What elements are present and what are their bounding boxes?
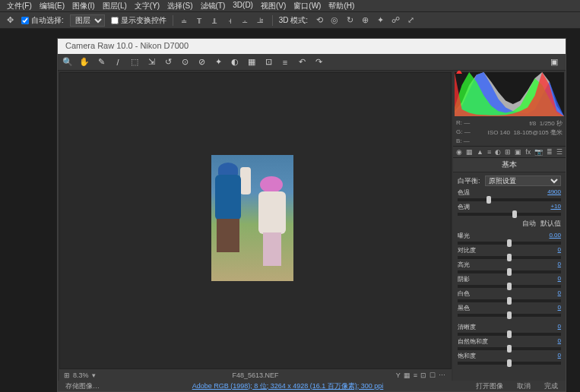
default-button[interactable]: 默认值 — [540, 219, 561, 229]
menu-item[interactable]: 图层(L) — [99, 0, 131, 11]
menu-item[interactable]: 窗口(W) — [290, 0, 325, 11]
show-transform-input[interactable] — [111, 17, 119, 24]
panel-tab-icon[interactable]: ☰ — [556, 147, 563, 156]
zoom-value[interactable]: 8.3% — [73, 371, 89, 379]
slider-blacks[interactable]: 黑色0 — [458, 304, 561, 317]
panel-tab-icon[interactable]: ▲ — [477, 147, 483, 156]
align-icon[interactable]: ⫠ — [240, 15, 251, 26]
slider-clarity[interactable]: 清晰度0 — [458, 323, 561, 336]
slider-value[interactable]: 0 — [558, 289, 561, 298]
panel-tab-icon[interactable]: ▣ — [515, 147, 521, 156]
menu-item[interactable]: 图像(I) — [68, 0, 98, 11]
slider-highlights[interactable]: 高光0 — [458, 261, 561, 273]
cr-tool-icon[interactable]: ⊙ — [179, 57, 190, 68]
mode-icon[interactable]: ⤢ — [405, 15, 416, 26]
slider-track[interactable] — [458, 347, 561, 350]
auto-select-checkbox[interactable]: 自动选择: — [21, 15, 64, 26]
panel-tab-icon[interactable]: ≣ — [547, 147, 553, 156]
cr-tool-icon[interactable]: ◐ — [230, 57, 240, 68]
slider-vibrance[interactable]: 自然饱和度0 — [458, 337, 561, 350]
slider-track[interactable] — [458, 270, 561, 273]
cr-tool-icon[interactable]: ✋ — [79, 57, 90, 68]
slider-value[interactable]: 0 — [558, 323, 561, 331]
slider-track[interactable] — [458, 314, 561, 317]
clipping-warning-icon[interactable] — [456, 71, 462, 74]
zoom-dropdown-icon[interactable]: ▾ — [92, 371, 96, 379]
slider-thumb[interactable] — [507, 268, 512, 276]
mode-icon[interactable]: ↻ — [344, 15, 355, 26]
footer-button[interactable]: 取消 — [517, 381, 531, 391]
panel-tab-icon[interactable]: fx — [525, 147, 531, 156]
save-button[interactable]: 存储图像… — [65, 381, 100, 391]
slider-tint[interactable]: 色调+10 — [458, 203, 561, 216]
slider-value[interactable]: 0.00 — [549, 232, 561, 240]
status-icon[interactable]: ☐ — [429, 371, 436, 379]
layer-type-select[interactable]: 图层 — [70, 14, 105, 27]
slider-shadows[interactable]: 阴影0 — [458, 275, 561, 288]
menu-item[interactable]: 视图(V) — [257, 0, 290, 11]
cr-tool-icon[interactable]: ↶ — [296, 57, 307, 68]
slider-value[interactable]: 0 — [558, 352, 561, 360]
status-icon[interactable]: ▦ — [404, 371, 410, 379]
menu-item[interactable]: 文字(Y) — [131, 0, 163, 11]
slider-thumb[interactable] — [507, 330, 512, 338]
cr-tool-icon[interactable]: ↺ — [163, 57, 173, 68]
slider-thumb[interactable] — [507, 359, 512, 367]
slider-value[interactable]: 0 — [558, 246, 561, 254]
wb-select[interactable]: 原照设置 — [485, 175, 561, 186]
align-icon[interactable]: ⫡ — [255, 15, 266, 26]
auto-button[interactable]: 自动 — [522, 219, 536, 229]
slider-track[interactable] — [458, 333, 561, 336]
menu-item[interactable]: 文件(F) — [3, 0, 36, 11]
slider-value[interactable]: 4900 — [547, 188, 561, 197]
slider-whites[interactable]: 白色0 — [458, 289, 561, 302]
mode-icon[interactable]: ✦ — [375, 15, 385, 26]
slider-thumb[interactable] — [507, 283, 512, 290]
slider-track[interactable] — [458, 256, 561, 259]
panel-tab-icon[interactable]: ≡ — [487, 147, 491, 156]
menu-item[interactable]: 滤镜(T) — [197, 0, 230, 11]
slider-track[interactable] — [458, 285, 561, 288]
grid-icon[interactable]: ⊞ — [64, 371, 70, 379]
auto-select-input[interactable] — [21, 17, 29, 24]
menu-item[interactable]: 选择(S) — [163, 0, 196, 11]
slider-exposure[interactable]: 曝光0.00 — [458, 232, 561, 245]
align-icon[interactable]: ⫪ — [195, 15, 205, 26]
align-icon[interactable]: ⫨ — [179, 15, 190, 26]
menu-item[interactable]: 帮助(H) — [325, 0, 358, 11]
align-icon[interactable]: ⫞ — [225, 15, 236, 26]
cr-tool-icon[interactable]: ⬚ — [129, 57, 140, 68]
mode-icon[interactable]: ⊕ — [360, 15, 370, 26]
slider-track[interactable] — [458, 213, 561, 216]
slider-value[interactable]: 0 — [558, 304, 561, 312]
cr-tool-icon[interactable]: / — [113, 57, 123, 68]
mode-icon[interactable]: ☍ — [390, 15, 401, 26]
panel-tab-icon[interactable]: ⊞ — [505, 147, 511, 156]
slider-value[interactable]: +10 — [550, 203, 561, 211]
slider-value[interactable]: 0 — [558, 337, 561, 346]
cr-tool-icon[interactable]: ↷ — [313, 57, 324, 68]
slider-saturation[interactable]: 饱和度0 — [458, 352, 561, 365]
cr-tool-icon[interactable]: ⇲ — [146, 57, 157, 68]
slider-track[interactable] — [458, 198, 561, 201]
status-icon[interactable]: ⋯ — [439, 371, 445, 379]
slider-track[interactable] — [458, 299, 561, 302]
histogram[interactable] — [455, 72, 564, 116]
slider-thumb[interactable] — [487, 196, 491, 204]
preview-area[interactable] — [59, 72, 452, 379]
slider-thumb[interactable] — [512, 210, 517, 218]
cr-tool-icon[interactable]: ⊘ — [196, 57, 207, 68]
slider-value[interactable]: 0 — [558, 261, 561, 269]
panel-tab-icon[interactable]: ▦ — [466, 147, 473, 156]
workflow-link[interactable]: Adobe RGB (1998); 8 位; 3264 x 4928 (16.1… — [192, 381, 384, 391]
cr-tool-icon[interactable]: ✦ — [213, 57, 223, 68]
slider-thumb[interactable] — [507, 239, 512, 247]
status-icon[interactable]: Y — [396, 371, 401, 379]
status-icon[interactable]: ≡ — [414, 371, 417, 379]
footer-button[interactable]: 打开图像 — [476, 381, 503, 391]
footer-button[interactable]: 完成 — [544, 381, 558, 391]
slider-thumb[interactable] — [507, 297, 512, 305]
menu-item[interactable]: 3D(D) — [229, 0, 257, 11]
cr-tool-icon[interactable]: ✎ — [96, 57, 106, 68]
show-transform-checkbox[interactable]: 显示变换控件 — [111, 15, 166, 26]
